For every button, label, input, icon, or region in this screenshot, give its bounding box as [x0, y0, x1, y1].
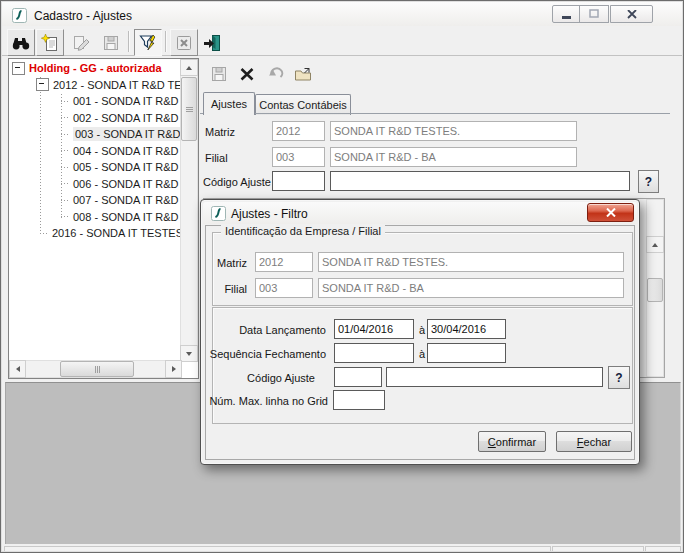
confirmar-button[interactable]: Confirmar: [478, 431, 546, 452]
tree-item-008[interactable]: 008 - SONDA IT R&D: [9, 209, 180, 226]
grid-scrollbar-thumb[interactable]: [647, 278, 663, 302]
undo-icon: [267, 66, 284, 81]
minimize-button[interactable]: [552, 5, 582, 23]
app-logo-icon: [12, 8, 27, 23]
max-linhas-label: Núm. Max. linha no Grid: [209, 395, 328, 407]
tree-item-002[interactable]: 002 - SONDA IT R&D: [9, 110, 180, 127]
filial-code-field[interactable]: [272, 147, 325, 167]
scrollbar-thumb[interactable]: [181, 77, 197, 141]
tab-ajustes[interactable]: Ajustes: [203, 92, 255, 115]
tab-baseline: [200, 113, 670, 114]
codigo-ajuste-label: Código Ajuste: [203, 176, 271, 188]
scroll-down-button[interactable]: [180, 345, 198, 362]
delete-x-icon: [239, 66, 255, 82]
new-record-button[interactable]: [36, 29, 64, 56]
scrollbar-thumb[interactable]: [60, 361, 134, 377]
dlg-codigo-code-field[interactable]: [334, 367, 382, 387]
scroll-up-button[interactable]: [180, 59, 198, 76]
dlg-codigo-desc-field[interactable]: [386, 367, 603, 387]
dlg-codigo-ajuste-label: Código Ajuste: [209, 372, 315, 384]
filial-label: Filial: [205, 152, 228, 164]
arrow-right-icon: [172, 366, 176, 372]
record-undo-button[interactable]: [262, 61, 288, 86]
maximize-button[interactable]: [579, 5, 609, 23]
range-separator: à: [419, 348, 425, 360]
filial-desc-field[interactable]: [330, 147, 577, 167]
edit-record-button[interactable]: [67, 29, 95, 56]
data-lancamento-label: Data Lançamento: [209, 324, 326, 336]
window-title: Cadastro - Ajustes: [34, 9, 132, 23]
arrow-left-icon: [16, 366, 20, 372]
fechar-button[interactable]: Fechar: [556, 431, 632, 452]
tree-item-003-selected[interactable]: 003 - SONDA IT R&D: [9, 126, 180, 143]
statusbar-section-1: [4, 546, 551, 553]
arrow-down-icon: [186, 352, 192, 356]
toolbar-separator: [128, 31, 129, 52]
dlg-codigo-help-button[interactable]: ?: [608, 366, 630, 389]
edit-record-icon: [72, 34, 91, 51]
arrow-up-icon: [186, 66, 192, 70]
matriz-label: Matriz: [205, 126, 235, 138]
filter-icon: [139, 34, 157, 51]
maximize-icon: [589, 9, 600, 19]
scroll-left-button[interactable]: [9, 360, 26, 378]
tree-item-2016[interactable]: 2016 - SONDA IT TESTES: [9, 225, 180, 242]
record-open-button[interactable]: [290, 61, 316, 86]
sequencia-to-field[interactable]: [427, 343, 506, 363]
filter-button[interactable]: [134, 29, 162, 56]
tree-item-004[interactable]: 004 - SONDA IT R&D: [9, 143, 180, 160]
tree-item-2012[interactable]: 2012 - SONDA IT R&D TESTES.: [9, 77, 180, 94]
dlg-matriz-desc-field[interactable]: [318, 252, 624, 272]
grid-scroll-up-button[interactable]: [646, 236, 664, 253]
codigo-ajuste-code-field[interactable]: [272, 171, 325, 191]
codigo-ajuste-desc-field[interactable]: [330, 171, 630, 191]
ajustes-filtro-dialog: Ajustes - Filtro Identificação da Empres…: [200, 199, 640, 465]
tree-item-006[interactable]: 006 - SONDA IT R&D: [9, 176, 180, 193]
dialog-close-button[interactable]: [587, 203, 634, 222]
tree-item-001[interactable]: 001 - SONDA IT R&D: [9, 93, 180, 110]
collapse-icon[interactable]: [36, 78, 49, 91]
open-folder-icon: [294, 66, 312, 82]
search-button[interactable]: [7, 29, 35, 56]
sequencia-from-field[interactable]: [334, 343, 414, 363]
record-save-button[interactable]: [206, 61, 232, 86]
dialog-title: Ajustes - Filtro: [231, 207, 308, 221]
data-lancamento-from-field[interactable]: [334, 319, 414, 339]
groupbox-title: Identificação da Empresa / Filial: [221, 225, 385, 237]
sequencia-fechamento-label: Sequência Fechamento: [209, 348, 326, 360]
tree-item-007[interactable]: 007 - SONDA IT R&D: [9, 192, 180, 209]
toolbar-separator: [165, 31, 166, 52]
data-lancamento-to-field[interactable]: [427, 319, 506, 339]
search-binoculars-icon: [12, 36, 30, 50]
tree-item-005[interactable]: 005 - SONDA IT R&D: [9, 159, 180, 176]
exit-button[interactable]: [198, 29, 226, 56]
arrow-up-icon: [652, 243, 658, 247]
close-icon: [627, 10, 637, 19]
collapse-icon[interactable]: [12, 62, 25, 75]
statusbar-section-2: [552, 546, 644, 553]
save-icon: [210, 65, 228, 83]
exit-door-icon: [203, 34, 221, 52]
statusbar-section-3: [645, 546, 681, 553]
tree-item-holding[interactable]: Holding - GG - autorizada: [9, 60, 180, 77]
save-record-button[interactable]: [97, 29, 125, 56]
matriz-code-field[interactable]: [272, 121, 325, 141]
dlg-matriz-code-field[interactable]: [255, 252, 313, 272]
close-button[interactable]: [610, 5, 653, 23]
tab-contas-contabeis[interactable]: Contas Contábeis: [255, 94, 351, 115]
save-icon: [102, 34, 120, 52]
minimize-icon: [562, 10, 572, 19]
matriz-desc-field[interactable]: [330, 121, 577, 141]
record-delete-button[interactable]: [234, 61, 260, 86]
max-linhas-field[interactable]: [333, 390, 385, 410]
dialog-titlebar: Ajustes - Filtro: [203, 202, 637, 224]
dlg-filial-desc-field[interactable]: [318, 278, 624, 298]
dlg-filial-code-field[interactable]: [255, 278, 313, 298]
excel-icon: [175, 34, 193, 52]
tree: Holding - GG - autorizada 2012 - SONDA I…: [9, 60, 180, 358]
codigo-ajuste-help-button[interactable]: ?: [638, 170, 659, 193]
new-record-icon: [41, 34, 59, 52]
scroll-right-button[interactable]: [165, 360, 182, 378]
app-logo-icon: [211, 206, 226, 223]
excel-export-button[interactable]: [170, 29, 198, 56]
